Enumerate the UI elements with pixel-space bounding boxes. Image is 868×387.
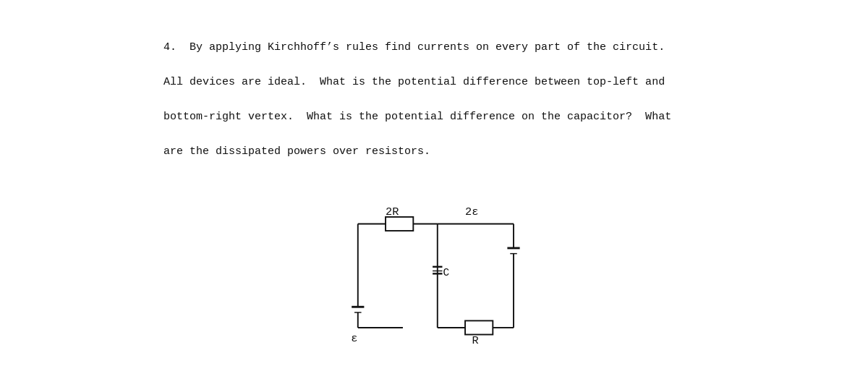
- svg-rect-3: [386, 217, 413, 231]
- text-line4: are the dissipated powers over resistors…: [163, 145, 430, 158]
- circuit-diagram: 2R 2ε C: [326, 200, 542, 359]
- text-line3: bottom-right vertex. What is the potenti…: [163, 111, 671, 123]
- footer-text: With this homework we finish electricity…: [137, 380, 731, 387]
- circuit-svg: 2R 2ε C: [326, 200, 542, 359]
- svg-text:2ε: 2ε: [465, 205, 478, 218]
- svg-text:C: C: [443, 267, 449, 278]
- problem-text: 4. By applying Kirchhoff’s rules find cu…: [137, 22, 731, 178]
- text-line2: All devices are ideal. What is the poten…: [163, 76, 665, 88]
- text-line1: 4. By applying Kirchhoff’s rules find cu…: [163, 41, 665, 54]
- svg-text:R: R: [472, 334, 479, 347]
- circuit-area: 2R 2ε C: [137, 200, 731, 359]
- svg-text:ε: ε: [351, 332, 357, 345]
- page-container: 4. By applying Kirchhoff’s rules find cu…: [109, 0, 760, 387]
- svg-rect-20: [465, 320, 493, 334]
